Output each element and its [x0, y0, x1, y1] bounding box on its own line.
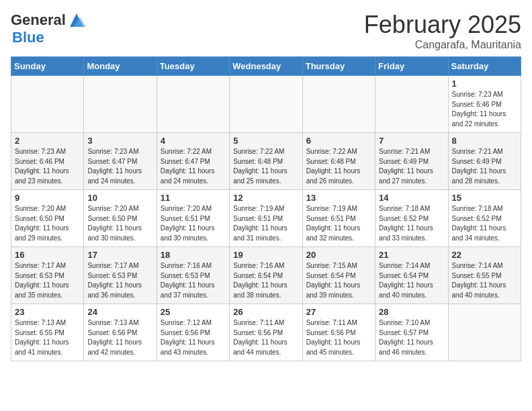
- calendar-cell: [230, 76, 302, 133]
- day-number: 17: [87, 250, 152, 260]
- calendar-week-1: 1Sunrise: 7:23 AM Sunset: 6:46 PM Daylig…: [11, 76, 521, 133]
- day-info: Sunrise: 7:12 AM Sunset: 6:56 PM Dayligh…: [161, 318, 226, 357]
- calendar-cell: 28Sunrise: 7:10 AM Sunset: 6:57 PM Dayli…: [375, 304, 448, 361]
- weekday-header-friday: Friday: [375, 57, 448, 76]
- calendar-week-4: 16Sunrise: 7:17 AM Sunset: 6:53 PM Dayli…: [11, 247, 521, 304]
- day-number: 27: [306, 307, 371, 317]
- calendar-cell: 10Sunrise: 7:20 AM Sunset: 6:50 PM Dayli…: [84, 190, 157, 247]
- day-number: 6: [306, 136, 371, 146]
- day-number: 1: [452, 79, 517, 89]
- day-info: Sunrise: 7:10 AM Sunset: 6:57 PM Dayligh…: [379, 318, 444, 357]
- day-number: 5: [233, 136, 298, 146]
- weekday-header-wednesday: Wednesday: [230, 57, 302, 76]
- weekday-header-saturday: Saturday: [448, 57, 521, 76]
- day-number: 16: [15, 250, 80, 260]
- day-number: 26: [233, 307, 298, 317]
- title-block: February 2025 Cangarafa, Mauritania: [364, 11, 521, 51]
- day-number: 10: [87, 193, 152, 203]
- day-info: Sunrise: 7:11 AM Sunset: 6:56 PM Dayligh…: [233, 318, 298, 357]
- calendar-cell: 12Sunrise: 7:19 AM Sunset: 6:51 PM Dayli…: [230, 190, 302, 247]
- calendar-cell: 18Sunrise: 7:16 AM Sunset: 6:53 PM Dayli…: [157, 247, 229, 304]
- day-number: 20: [306, 250, 371, 260]
- day-info: Sunrise: 7:23 AM Sunset: 6:46 PM Dayligh…: [15, 147, 80, 186]
- day-info: Sunrise: 7:23 AM Sunset: 6:46 PM Dayligh…: [452, 90, 517, 129]
- calendar-cell: 9Sunrise: 7:20 AM Sunset: 6:50 PM Daylig…: [11, 190, 84, 247]
- day-info: Sunrise: 7:21 AM Sunset: 6:49 PM Dayligh…: [452, 147, 517, 186]
- day-number: 9: [15, 193, 80, 203]
- calendar-cell: 23Sunrise: 7:13 AM Sunset: 6:55 PM Dayli…: [11, 304, 84, 361]
- calendar-cell: 14Sunrise: 7:18 AM Sunset: 6:52 PM Dayli…: [375, 190, 448, 247]
- day-info: Sunrise: 7:13 AM Sunset: 6:55 PM Dayligh…: [15, 318, 80, 357]
- day-number: 12: [233, 193, 298, 203]
- day-number: 18: [161, 250, 226, 260]
- day-info: Sunrise: 7:11 AM Sunset: 6:56 PM Dayligh…: [306, 318, 371, 357]
- calendar-cell: 4Sunrise: 7:22 AM Sunset: 6:47 PM Daylig…: [157, 133, 229, 190]
- day-number: 15: [452, 193, 517, 203]
- day-number: 14: [379, 193, 444, 203]
- calendar-cell: 22Sunrise: 7:14 AM Sunset: 6:55 PM Dayli…: [448, 247, 521, 304]
- calendar-cell: 1Sunrise: 7:23 AM Sunset: 6:46 PM Daylig…: [448, 76, 521, 133]
- calendar-cell: [84, 76, 157, 133]
- day-info: Sunrise: 7:16 AM Sunset: 6:54 PM Dayligh…: [233, 261, 298, 300]
- calendar-cell: 26Sunrise: 7:11 AM Sunset: 6:56 PM Dayli…: [230, 304, 302, 361]
- day-number: 3: [87, 136, 152, 146]
- logo-general-text: General: [11, 12, 66, 28]
- day-info: Sunrise: 7:19 AM Sunset: 6:51 PM Dayligh…: [306, 204, 371, 243]
- day-info: Sunrise: 7:14 AM Sunset: 6:54 PM Dayligh…: [379, 261, 444, 300]
- logo: General Blue: [11, 11, 86, 46]
- calendar-cell: 27Sunrise: 7:11 AM Sunset: 6:56 PM Dayli…: [302, 304, 375, 361]
- calendar-cell: 21Sunrise: 7:14 AM Sunset: 6:54 PM Dayli…: [375, 247, 448, 304]
- day-number: 4: [161, 136, 226, 146]
- day-number: 24: [87, 307, 152, 317]
- day-info: Sunrise: 7:19 AM Sunset: 6:51 PM Dayligh…: [233, 204, 298, 243]
- day-info: Sunrise: 7:17 AM Sunset: 6:53 PM Dayligh…: [87, 261, 152, 300]
- calendar-cell: 8Sunrise: 7:21 AM Sunset: 6:49 PM Daylig…: [448, 133, 521, 190]
- day-number: 28: [379, 307, 444, 317]
- calendar-cell: 6Sunrise: 7:22 AM Sunset: 6:48 PM Daylig…: [302, 133, 375, 190]
- day-number: 23: [15, 307, 80, 317]
- day-info: Sunrise: 7:15 AM Sunset: 6:54 PM Dayligh…: [306, 261, 371, 300]
- calendar-cell: [375, 76, 448, 133]
- day-number: 8: [452, 136, 517, 146]
- day-number: 11: [161, 193, 226, 203]
- day-info: Sunrise: 7:22 AM Sunset: 6:48 PM Dayligh…: [233, 147, 298, 186]
- calendar-cell: [448, 304, 521, 361]
- day-info: Sunrise: 7:22 AM Sunset: 6:47 PM Dayligh…: [161, 147, 226, 186]
- calendar-cell: 25Sunrise: 7:12 AM Sunset: 6:56 PM Dayli…: [157, 304, 229, 361]
- day-number: 25: [161, 307, 226, 317]
- page-header: General Blue February 2025 Cangarafa, Ma…: [11, 11, 521, 51]
- day-number: 2: [15, 136, 80, 146]
- day-number: 22: [452, 250, 517, 260]
- calendar-week-5: 23Sunrise: 7:13 AM Sunset: 6:55 PM Dayli…: [11, 304, 521, 361]
- calendar-week-2: 2Sunrise: 7:23 AM Sunset: 6:46 PM Daylig…: [11, 133, 521, 190]
- calendar-week-3: 9Sunrise: 7:20 AM Sunset: 6:50 PM Daylig…: [11, 190, 521, 247]
- day-info: Sunrise: 7:21 AM Sunset: 6:49 PM Dayligh…: [379, 147, 444, 186]
- calendar-cell: 17Sunrise: 7:17 AM Sunset: 6:53 PM Dayli…: [84, 247, 157, 304]
- day-info: Sunrise: 7:20 AM Sunset: 6:50 PM Dayligh…: [87, 204, 152, 243]
- day-number: 21: [379, 250, 444, 260]
- location-title: Cangarafa, Mauritania: [364, 39, 521, 51]
- day-info: Sunrise: 7:13 AM Sunset: 6:56 PM Dayligh…: [87, 318, 152, 357]
- calendar-cell: 11Sunrise: 7:20 AM Sunset: 6:51 PM Dayli…: [157, 190, 229, 247]
- day-info: Sunrise: 7:20 AM Sunset: 6:51 PM Dayligh…: [161, 204, 226, 243]
- calendar-cell: [302, 76, 375, 133]
- day-number: 13: [306, 193, 371, 203]
- calendar-cell: 3Sunrise: 7:23 AM Sunset: 6:47 PM Daylig…: [84, 133, 157, 190]
- day-info: Sunrise: 7:20 AM Sunset: 6:50 PM Dayligh…: [15, 204, 80, 243]
- calendar-cell: 7Sunrise: 7:21 AM Sunset: 6:49 PM Daylig…: [375, 133, 448, 190]
- weekday-header-sunday: Sunday: [11, 57, 84, 76]
- day-info: Sunrise: 7:22 AM Sunset: 6:48 PM Dayligh…: [306, 147, 371, 186]
- day-info: Sunrise: 7:18 AM Sunset: 6:52 PM Dayligh…: [379, 204, 444, 243]
- calendar-table: SundayMondayTuesdayWednesdayThursdayFrid…: [11, 56, 521, 361]
- calendar-cell: 24Sunrise: 7:13 AM Sunset: 6:56 PM Dayli…: [84, 304, 157, 361]
- day-number: 19: [233, 250, 298, 260]
- calendar-cell: [11, 76, 84, 133]
- calendar-cell: 16Sunrise: 7:17 AM Sunset: 6:53 PM Dayli…: [11, 247, 84, 304]
- day-number: 7: [379, 136, 444, 146]
- weekday-header-monday: Monday: [84, 57, 157, 76]
- day-info: Sunrise: 7:16 AM Sunset: 6:53 PM Dayligh…: [161, 261, 226, 300]
- day-info: Sunrise: 7:18 AM Sunset: 6:52 PM Dayligh…: [452, 204, 517, 243]
- day-info: Sunrise: 7:14 AM Sunset: 6:55 PM Dayligh…: [452, 261, 517, 300]
- weekday-header-tuesday: Tuesday: [157, 57, 229, 76]
- weekday-header-row: SundayMondayTuesdayWednesdayThursdayFrid…: [11, 57, 521, 76]
